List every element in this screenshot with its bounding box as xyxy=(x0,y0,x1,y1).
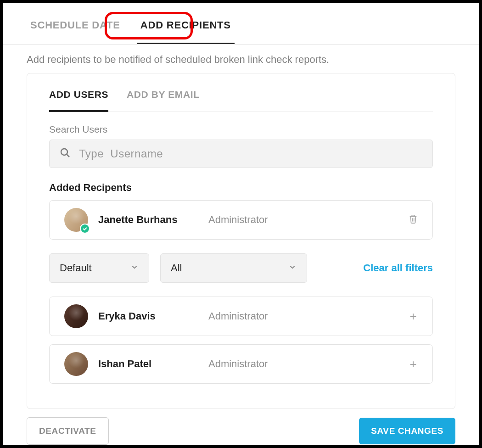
tab-add-recipients[interactable]: ADD RECIPIENTS xyxy=(137,17,235,33)
role-filter-select[interactable]: All xyxy=(160,253,307,283)
search-input[interactable] xyxy=(79,147,422,160)
footer-actions: DEACTIVATE SAVE CHANGES xyxy=(3,409,479,445)
user-name: Ishan Patel xyxy=(98,358,208,370)
description-text: Add recipients to be notified of schedul… xyxy=(3,45,479,73)
save-changes-button[interactable]: SAVE CHANGES xyxy=(359,418,455,444)
search-box[interactable] xyxy=(49,140,433,168)
user-name: Janette Burhans xyxy=(98,214,208,226)
avatar xyxy=(64,208,88,232)
added-recipients-heading: Added Recipents xyxy=(49,182,433,194)
avatar xyxy=(64,352,88,376)
plus-icon: + xyxy=(409,310,416,322)
role-filter-value: All xyxy=(171,262,182,274)
clear-filters-link[interactable]: Clear all filters xyxy=(363,262,433,274)
inner-tabs: ADD USERS ADD BY EMAIL xyxy=(49,73,433,112)
verified-badge-icon xyxy=(80,224,90,234)
deactivate-button[interactable]: DEACTIVATE xyxy=(27,417,109,445)
tab-add-by-email[interactable]: ADD BY EMAIL xyxy=(127,89,200,112)
user-name: Eryka Davis xyxy=(98,310,208,322)
add-user-button[interactable]: + xyxy=(407,358,420,370)
search-icon xyxy=(60,147,71,160)
trash-icon xyxy=(408,213,418,226)
user-role: Administrator xyxy=(208,214,407,226)
sort-select-value: Default xyxy=(60,262,92,274)
sort-select[interactable]: Default xyxy=(49,253,149,283)
svg-point-0 xyxy=(61,149,67,155)
main-tabs: SCHEDULE DATE ADD RECIPIENTS xyxy=(3,3,479,45)
recipients-panel: ADD USERS ADD BY EMAIL Search Users Adde… xyxy=(27,73,455,409)
plus-icon: + xyxy=(409,358,416,370)
chevron-down-icon xyxy=(130,262,139,274)
svg-line-1 xyxy=(67,155,70,157)
available-user-row: Eryka Davis Administrator + xyxy=(49,297,433,336)
filter-row: Default All Clear all filters xyxy=(49,253,433,283)
user-role: Administrator xyxy=(208,358,407,370)
remove-recipient-button[interactable] xyxy=(407,213,420,226)
chevron-down-icon xyxy=(288,262,297,274)
add-user-button[interactable]: + xyxy=(407,310,420,323)
added-recipient-row: Janette Burhans Administrator xyxy=(49,200,433,240)
tab-schedule-date[interactable]: SCHEDULE DATE xyxy=(27,17,124,33)
search-label: Search Users xyxy=(49,124,433,135)
tab-add-users[interactable]: ADD USERS xyxy=(49,89,108,112)
available-user-row: Ishan Patel Administrator + xyxy=(49,344,433,384)
avatar xyxy=(64,304,88,328)
user-role: Administrator xyxy=(208,310,407,322)
